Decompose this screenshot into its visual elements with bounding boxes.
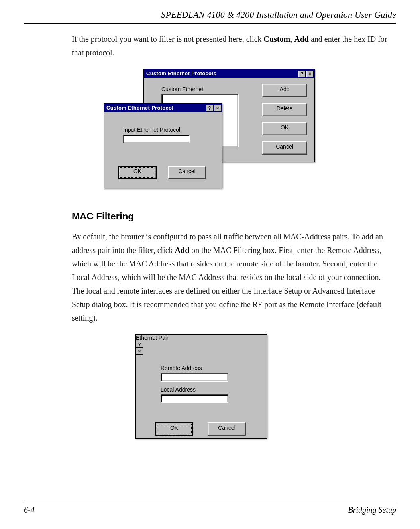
intro-text-before: If the protocol you want to filter is no… (72, 35, 264, 43)
help-icon[interactable]: ? (206, 105, 213, 112)
dialog2-input[interactable] (123, 135, 190, 143)
close-icon[interactable]: × (306, 71, 314, 77)
dialog-custom-ethernet-protocol: Custom Ethernet Protocol ? × Input Ether… (104, 103, 222, 188)
intro-sep: , (290, 35, 294, 43)
close-icon[interactable]: × (214, 105, 221, 112)
mac-para-bold-add: Add (175, 246, 190, 255)
dialog1-titlebar[interactable]: Custom Ethernet Protocols ? × (144, 69, 314, 78)
cancel-button[interactable]: Cancel (208, 422, 246, 436)
cancel-button[interactable]: Cancel (262, 141, 307, 155)
cancel-button[interactable]: Cancel (168, 166, 206, 179)
header-rule (24, 23, 396, 24)
close-icon[interactable]: × (136, 348, 143, 355)
delete-button[interactable]: Delete (262, 103, 307, 116)
figure-ethernet-pair: Ethernet Pair ? × Remote Address Local A… (135, 334, 392, 439)
dialog3-title: Ethernet Pair (136, 335, 169, 341)
ok-button[interactable]: OK (118, 166, 157, 179)
local-address-input[interactable] (161, 394, 228, 403)
dialog2-title: Custom Ethernet Protocol (106, 104, 173, 112)
dialog2-input-label: Input Ethernet Protocol (123, 127, 180, 133)
footer-rule (24, 503, 396, 503)
help-icon[interactable]: ? (136, 341, 143, 348)
mac-filtering-paragraph: By default, the brouter is configured to… (72, 230, 392, 325)
dialog-ethernet-pair: Ethernet Pair ? × Remote Address Local A… (135, 334, 267, 439)
figure-custom-protocols: Custom Ethernet Protocols ? × Custom Eth… (104, 69, 392, 196)
add-button[interactable]: Add (262, 84, 307, 97)
remote-address-label: Remote Address (161, 365, 202, 371)
footer-section-name: Bridging Setup (348, 505, 396, 515)
help-icon[interactable]: ? (298, 71, 306, 77)
dialog2-titlebar[interactable]: Custom Ethernet Protocol ? × (104, 104, 222, 112)
intro-paragraph: If the protocol you want to filter is no… (72, 32, 392, 59)
dialog1-title: Custom Ethernet Protocols (146, 69, 216, 78)
dialog1-list-label: Custom Ethernet (161, 86, 203, 92)
page-footer: 6-4 Bridging Setup (24, 503, 396, 515)
page-header-title: SPEEDLAN 4100 & 4200 Installation and Op… (24, 10, 396, 20)
intro-bold-custom: Custom (264, 35, 290, 43)
dialog3-titlebar[interactable]: Ethernet Pair ? × (136, 335, 267, 355)
ok-button[interactable]: OK (262, 122, 307, 135)
mac-para-after: on the MAC Filtering box. First, enter t… (72, 246, 381, 322)
ok-button[interactable]: OK (155, 422, 193, 436)
heading-mac-filtering: MAC Filtering (72, 211, 392, 222)
intro-bold-add: Add (294, 35, 309, 43)
remote-address-input[interactable] (161, 373, 228, 382)
local-address-label: Local Address (161, 386, 196, 393)
footer-page-number: 6-4 (24, 505, 35, 515)
